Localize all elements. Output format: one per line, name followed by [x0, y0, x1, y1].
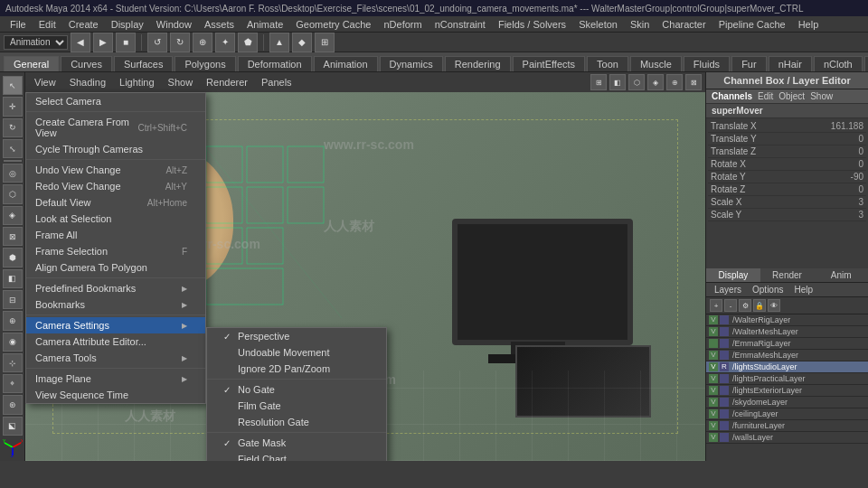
menu-file[interactable]: File — [4, 18, 33, 31]
channel-rotate-z[interactable]: Rotate Z 0 — [708, 183, 866, 196]
vm-camera-settings[interactable]: Camera Settings — [26, 317, 205, 333]
layer-delete-icon[interactable]: - — [724, 299, 737, 312]
layer-lock-icon[interactable]: 🔒 — [753, 299, 766, 312]
tab-nhair[interactable]: nHair — [769, 56, 812, 71]
tb-icon-2[interactable]: ▶ — [93, 33, 113, 52]
vp-icon-1[interactable]: ⊞ — [590, 74, 607, 90]
tab-general[interactable]: General — [4, 56, 59, 71]
tab-deformation[interactable]: Deformation — [238, 56, 312, 71]
rp-mode-display[interactable]: Display — [706, 268, 760, 282]
layer-opt-options[interactable]: Options — [747, 284, 788, 296]
tb-icon-1[interactable]: ◀ — [71, 33, 90, 52]
vp-icon-4[interactable]: ◈ — [647, 74, 664, 90]
tab-fluids[interactable]: Fluids — [684, 56, 730, 71]
layer-opt-layers[interactable]: Layers — [709, 284, 747, 296]
layer-lights-studio[interactable]: V R /lightsStudioLayer — [706, 361, 868, 373]
tb-icon-7[interactable]: ✦ — [215, 33, 235, 52]
menu-character[interactable]: Character — [656, 18, 712, 31]
menu-help[interactable]: Help — [792, 18, 826, 31]
tb-icon-10[interactable]: ◆ — [292, 33, 312, 52]
vm-cycle-cameras[interactable]: Cycle Through Cameras — [26, 141, 205, 157]
channel-translate-y[interactable]: Translate Y 0 — [708, 133, 866, 145]
layer-ceiling[interactable]: V /ceilingLayer — [706, 408, 868, 420]
rp-tab-object[interactable]: Object — [778, 91, 805, 101]
channel-rotate-x[interactable]: Rotate X 0 — [708, 158, 866, 171]
vp-icon-3[interactable]: ⬡ — [628, 74, 645, 90]
viewport[interactable]: View Shading Lighting Show Renderer Pane… — [25, 72, 705, 461]
tab-custom[interactable]: Custom — [864, 56, 868, 71]
vm-default-view[interactable]: Default View Alt+Home — [26, 194, 205, 211]
csm-undoable-movement[interactable]: Undoable Movement — [207, 344, 386, 361]
csm-no-gate[interactable]: ✓ No Gate — [207, 381, 386, 398]
vp-menu-view[interactable]: View — [29, 76, 61, 89]
vp-icon-2[interactable]: ◧ — [609, 74, 626, 90]
menu-animate[interactable]: Animate — [241, 18, 289, 31]
layer-walter-mesh[interactable]: V /WalterMeshLayer — [706, 326, 868, 338]
tb-icon-9[interactable]: ▲ — [269, 33, 289, 52]
lt-tool14[interactable]: ⬕ — [3, 417, 23, 436]
rp-tab-show[interactable]: Show — [810, 91, 833, 101]
vm-look-at-selection[interactable]: Look at Selection — [26, 211, 205, 227]
layer-emma-rig[interactable]: /EmmaRigLayer — [706, 338, 868, 350]
tb-icon-11[interactable]: ⊞ — [315, 33, 335, 52]
vm-frame-all[interactable]: Frame All — [26, 227, 205, 243]
tb-icon-8[interactable]: ⬟ — [238, 33, 258, 52]
tab-rendering[interactable]: Rendering — [445, 56, 511, 71]
layer-new-icon[interactable]: + — [710, 299, 722, 312]
lt-tool13[interactable]: ⊛ — [3, 395, 23, 414]
anim-mode-select[interactable]: Animation — [4, 35, 68, 50]
layer-furniture[interactable]: V /furnitureLayer — [706, 420, 868, 432]
csm-resolution-gate[interactable]: Resolution Gate — [207, 414, 386, 430]
vm-undo-view[interactable]: Undo View Change Alt+Z — [26, 162, 205, 178]
channel-translate-x[interactable]: Translate X 161.188 — [708, 120, 866, 133]
tb-icon-6[interactable]: ⊕ — [193, 33, 212, 52]
tab-surfaces[interactable]: Surfaces — [114, 56, 173, 71]
lt-tool7[interactable]: ◧ — [3, 269, 23, 288]
tab-polygons[interactable]: Polygons — [175, 56, 235, 71]
channel-scale-y[interactable]: Scale Y 3 — [708, 209, 866, 221]
menu-create[interactable]: Create — [62, 18, 105, 31]
rp-mode-anim[interactable]: Anim — [814, 268, 868, 282]
vm-redo-view[interactable]: Redo View Change Alt+Y — [26, 178, 205, 194]
scale-tool[interactable]: ⤡ — [3, 139, 23, 158]
lt-tool5[interactable]: ⊠ — [3, 227, 23, 246]
csm-ignore-2d[interactable]: Ignore 2D Pan/Zoom — [207, 361, 386, 377]
vm-predefined-bookmarks[interactable]: Predefined Bookmarks — [26, 280, 205, 296]
menu-ndeform[interactable]: nDeform — [377, 18, 428, 31]
rp-mode-render[interactable]: Render — [760, 268, 815, 282]
menu-fields[interactable]: Fields / Solvers — [492, 18, 572, 31]
menu-pipeline-cache[interactable]: Pipeline Cache — [712, 18, 792, 31]
menu-skeleton[interactable]: Skeleton — [572, 18, 624, 31]
vm-bookmarks[interactable]: Bookmarks — [26, 296, 205, 313]
vp-icon-6[interactable]: ⊠ — [685, 74, 702, 90]
layer-visible-icon[interactable]: 👁 — [768, 299, 780, 312]
rp-tab-edit[interactable]: Edit — [758, 91, 773, 101]
layer-lights-exterior[interactable]: V /lightsExteriorLayer — [706, 385, 868, 397]
tab-painteffects[interactable]: PaintEffects — [513, 56, 586, 71]
csm-perspective[interactable]: ✓ Perspective — [207, 328, 386, 344]
vm-view-sequence-time[interactable]: View Sequence Time — [26, 387, 205, 403]
tab-dynamics[interactable]: Dynamics — [380, 56, 443, 71]
layer-emma-mesh[interactable]: V /EmmaMeshLayer — [706, 350, 868, 361]
tab-fur[interactable]: Fur — [731, 56, 767, 71]
tb-icon-4[interactable]: ↺ — [147, 33, 167, 52]
menu-nconstraint[interactable]: nConstraint — [429, 18, 492, 31]
lt-tool11[interactable]: ⊹ — [3, 353, 23, 372]
vp-menu-panels[interactable]: Panels — [256, 76, 297, 89]
move-tool[interactable]: ✛ — [3, 97, 23, 116]
lt-tool9[interactable]: ⊕ — [3, 311, 23, 330]
lt-tool3[interactable]: ⬡ — [3, 184, 23, 203]
channel-translate-z[interactable]: Translate Z 0 — [708, 145, 866, 158]
channel-scale-x[interactable]: Scale X 3 — [708, 196, 866, 209]
tab-muscle[interactable]: Muscle — [630, 56, 682, 71]
vm-camera-attribute-editor[interactable]: Camera Attribute Editor... — [26, 333, 205, 350]
layer-skydome[interactable]: V /skydomeLayer — [706, 397, 868, 408]
tab-animation[interactable]: Animation — [314, 56, 378, 71]
vm-align-camera[interactable]: Align Camera To Polygon — [26, 259, 205, 276]
menu-assets[interactable]: Assets — [198, 18, 241, 31]
csm-film-gate[interactable]: Film Gate — [207, 398, 386, 414]
vm-image-plane[interactable]: Image Plane — [26, 371, 205, 387]
tab-toon[interactable]: Toon — [587, 56, 628, 71]
lt-tool8[interactable]: ⊟ — [3, 290, 23, 309]
layer-lights-practical[interactable]: V /lightsPracticalLayer — [706, 373, 868, 385]
